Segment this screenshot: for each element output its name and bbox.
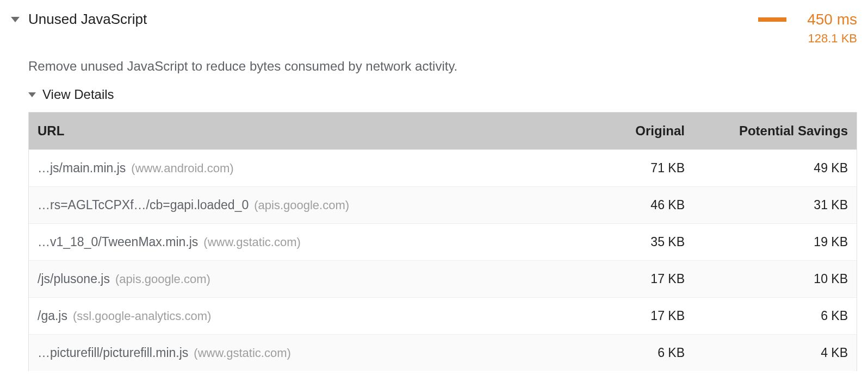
url-path: …rs=AGLTcCPXf…/cb=gapi.loaded_0: [38, 198, 249, 212]
cell-savings: 49 KB: [693, 150, 857, 186]
table-body: …js/main.min.js(www.android.com)71 KB49 …: [29, 149, 857, 371]
cell-url[interactable]: …v1_18_0/TweenMax.min.js(www.gstatic.com…: [29, 224, 574, 260]
cell-savings: 19 KB: [693, 224, 857, 260]
cell-url[interactable]: …rs=AGLTcCPXf…/cb=gapi.loaded_0(apis.goo…: [29, 187, 574, 223]
url-host: (apis.google.com): [115, 272, 210, 286]
url-host: (www.gstatic.com): [194, 346, 290, 360]
bar-icon: [758, 17, 786, 22]
cell-original: 35 KB: [574, 224, 693, 260]
table-row: …rs=AGLTcCPXf…/cb=gapi.loaded_0(apis.goo…: [29, 186, 857, 223]
chevron-down-icon[interactable]: [11, 17, 20, 22]
details-table: URL Original Potential Savings …js/main.…: [28, 112, 857, 371]
cell-savings: 4 KB: [693, 335, 857, 371]
table-row: …picturefill/picturefill.min.js(www.gsta…: [29, 334, 857, 371]
url-path: …v1_18_0/TweenMax.min.js: [38, 235, 198, 249]
cell-url[interactable]: …picturefill/picturefill.min.js(www.gsta…: [29, 335, 574, 371]
url-path: /js/plusone.js: [38, 272, 110, 286]
cell-url[interactable]: /js/plusone.js(apis.google.com): [29, 261, 574, 297]
metric-block: 450 ms 128.1 KB: [758, 11, 857, 46]
url-host: (apis.google.com): [254, 198, 349, 212]
table-header: URL Original Potential Savings: [29, 112, 857, 149]
col-header-url[interactable]: URL: [29, 112, 574, 149]
cell-original: 46 KB: [574, 187, 693, 223]
cell-url[interactable]: /ga.js(ssl.google-analytics.com): [29, 298, 574, 334]
table-row: /js/plusone.js(apis.google.com)17 KB10 K…: [29, 260, 857, 297]
url-path: …js/main.min.js: [38, 161, 126, 175]
cell-savings: 10 KB: [693, 261, 857, 297]
url-path: …picturefill/picturefill.min.js: [38, 346, 188, 360]
chevron-down-icon: [28, 92, 36, 97]
cell-savings: 6 KB: [693, 298, 857, 334]
cell-original: 6 KB: [574, 335, 693, 371]
metric-size: 128.1 KB: [808, 32, 857, 46]
metric-top: 450 ms: [758, 11, 857, 28]
col-header-original[interactable]: Original: [574, 112, 693, 149]
cell-url[interactable]: …js/main.min.js(www.android.com): [29, 150, 574, 186]
col-header-savings[interactable]: Potential Savings: [693, 112, 857, 149]
cell-savings: 31 KB: [693, 187, 857, 223]
view-details-label: View Details: [42, 87, 114, 102]
audit-description: Remove unused JavaScript to reduce bytes…: [28, 59, 857, 74]
table-row: …js/main.min.js(www.android.com)71 KB49 …: [29, 149, 857, 186]
url-host: (www.gstatic.com): [203, 235, 300, 249]
metric-time: 450 ms: [807, 11, 857, 28]
cell-original: 17 KB: [574, 298, 693, 334]
audit-title[interactable]: Unused JavaScript: [28, 11, 758, 28]
table-row: …v1_18_0/TweenMax.min.js(www.gstatic.com…: [29, 223, 857, 260]
cell-original: 71 KB: [574, 150, 693, 186]
view-details-toggle[interactable]: View Details: [28, 87, 857, 102]
cell-original: 17 KB: [574, 261, 693, 297]
audit-header: Unused JavaScript 450 ms 128.1 KB: [11, 11, 857, 46]
url-path: /ga.js: [38, 309, 67, 323]
url-host: (ssl.google-analytics.com): [73, 309, 211, 323]
table-row: /ga.js(ssl.google-analytics.com)17 KB6 K…: [29, 297, 857, 334]
url-host: (www.android.com): [131, 161, 233, 175]
